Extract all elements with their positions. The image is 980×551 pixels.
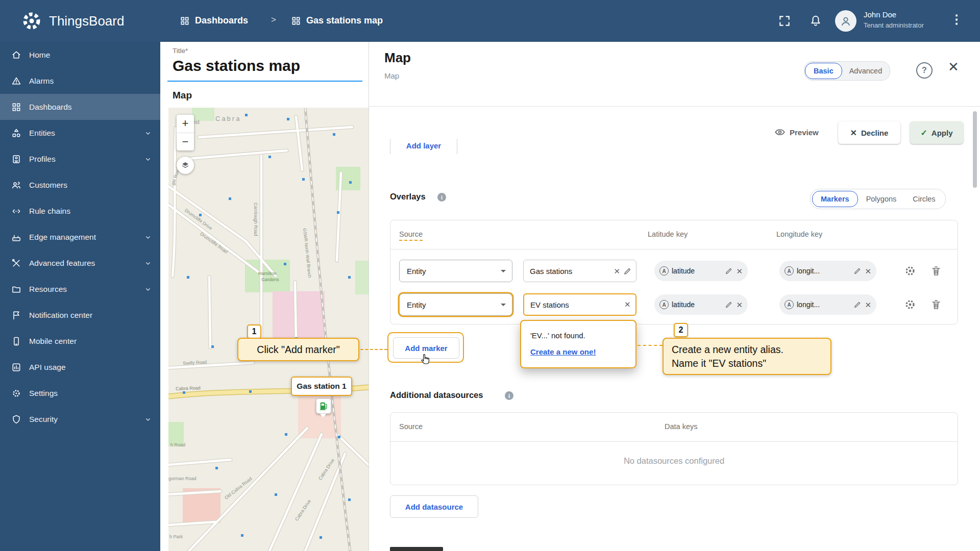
marker-tooltip: Gas station 1	[291, 377, 352, 396]
sidebar-label: Alarms	[29, 77, 54, 86]
info-icon[interactable]: i	[437, 193, 446, 202]
column-source: Source	[399, 230, 423, 241]
map-widget[interactable]: West Cabra gle Road Drumcliffe Drive Dru…	[168, 108, 369, 551]
close-icon[interactable]: ✕	[948, 59, 959, 75]
row-settings-gear-icon[interactable]	[904, 298, 916, 311]
edit-pencil-icon[interactable]	[853, 300, 862, 309]
sidebar-item-profiles[interactable]: Profiles	[0, 146, 160, 172]
longitude-key-chip[interactable]: A longit... ✕	[779, 294, 876, 315]
sidebar-label: API usage	[29, 363, 66, 372]
remove-icon[interactable]: ✕	[736, 301, 743, 309]
tab-polygons[interactable]: Polygons	[858, 195, 905, 203]
add-layer-button[interactable]: Add layer	[390, 139, 457, 154]
edit-pencil-icon[interactable]	[725, 267, 733, 275]
remove-icon[interactable]: ✕	[736, 267, 743, 275]
sidebar-item-advanced-features[interactable]: Advanced features	[0, 250, 160, 276]
sidebar-item-api-usage[interactable]: API usage	[0, 354, 160, 380]
add-datasource-button[interactable]: Add datasource	[390, 495, 478, 518]
gear-icon	[11, 388, 21, 398]
overlay-type-tabs: Markers Polygons Circles	[810, 189, 946, 209]
sidebar-item-mobile-center[interactable]: Mobile center	[0, 328, 160, 354]
map-layers-button[interactable]	[177, 157, 194, 174]
column-source: Source	[399, 422, 423, 431]
info-icon[interactable]: i	[505, 391, 513, 400]
preview-button[interactable]: Preview	[774, 127, 819, 138]
dashboards-icon	[180, 16, 190, 26]
edit-pencil-icon[interactable]	[623, 267, 632, 276]
latitude-key-chip[interactable]: A latitude ✕	[654, 261, 748, 281]
shield-icon	[11, 414, 21, 424]
callout-text: Click "Add marker"	[257, 344, 339, 356]
callout-line1: Create a new entity alias.	[672, 343, 783, 356]
sidebar-item-customers[interactable]: Customers	[0, 172, 160, 198]
sidebar-item-dashboards[interactable]: Dashboards	[0, 94, 160, 120]
profiles-icon	[11, 154, 21, 164]
alias-value: Gas stations	[530, 267, 610, 276]
mode-basic-tab[interactable]: Basic	[805, 63, 842, 79]
sidebar-item-alarms[interactable]: Alarms	[0, 68, 160, 94]
sidebar-item-notification-center[interactable]: Notification center	[0, 302, 160, 328]
step-badge-2: 2	[674, 323, 688, 337]
breadcrumb-current-dashboard: Gas stations map	[306, 15, 383, 26]
delete-trash-icon[interactable]	[930, 298, 942, 311]
apply-button[interactable]: ✓ Apply	[910, 121, 963, 144]
chevron-down-icon	[501, 304, 506, 306]
sidebar-item-settings[interactable]: Settings	[0, 380, 160, 406]
map-zoom-control: + −	[177, 115, 194, 151]
help-icon[interactable]: ?	[916, 62, 933, 79]
title-field-label: Title*	[173, 47, 188, 55]
breadcrumb-dashboards[interactable]: Dashboards	[195, 15, 248, 26]
remove-icon[interactable]: ✕	[865, 301, 871, 309]
sidebar-item-security[interactable]: Security	[0, 406, 160, 432]
overlays-heading: Overlays	[390, 192, 426, 202]
app-root: ThingsBoard Dashboards > Gas stations ma…	[0, 0, 980, 551]
edit-pencil-icon[interactable]	[725, 300, 733, 309]
mode-advanced-tab[interactable]: Advanced	[842, 67, 890, 75]
sidebar-item-entities[interactable]: Entities	[0, 120, 160, 146]
settings-title: Map	[384, 50, 411, 66]
source-type-select[interactable]: Entity	[399, 293, 512, 316]
step-callout-1: Click "Add marker"	[237, 338, 359, 361]
decline-button[interactable]: ✕ Decline	[838, 121, 900, 144]
advanced-features-icon	[11, 258, 21, 268]
longitude-key-chip[interactable]: A longit... ✕	[779, 261, 876, 281]
sidebar-item-edge-management[interactable]: Edge management	[0, 224, 160, 250]
zoom-in-button[interactable]: +	[177, 115, 194, 133]
row-settings-gear-icon[interactable]	[904, 265, 916, 277]
close-x-icon: ✕	[850, 128, 857, 138]
entity-alias-field[interactable]: Gas stations ✕	[523, 260, 636, 282]
avatar[interactable]	[835, 10, 856, 32]
edit-pencil-icon[interactable]	[853, 267, 862, 275]
widget-title: Map	[173, 90, 192, 101]
create-new-entity-link[interactable]: Create a new one!	[530, 347, 596, 356]
notifications-bell-icon[interactable]	[809, 14, 822, 28]
kebab-menu-icon[interactable]: ⋮	[950, 12, 963, 27]
street-label: Cabra Road	[176, 385, 201, 391]
input-underline	[167, 81, 362, 82]
clear-icon[interactable]: ✕	[624, 300, 631, 308]
delete-trash-icon[interactable]	[930, 265, 942, 277]
rule-chains-icon	[11, 206, 21, 216]
clear-icon[interactable]: ✕	[614, 267, 620, 275]
sidebar-label: Advanced features	[29, 259, 95, 268]
sidebar-item-resources[interactable]: Resources	[0, 276, 160, 302]
scrollbar-thumb[interactable]	[973, 111, 977, 188]
sidebar-item-rule-chains[interactable]: Rule chains	[0, 198, 160, 224]
gas-pump-icon	[319, 402, 328, 411]
entity-alias-input[interactable]	[523, 293, 636, 316]
chevron-down-icon	[144, 285, 152, 293]
gas-station-marker[interactable]	[316, 398, 331, 417]
sidebar-item-home[interactable]: Home	[0, 42, 160, 68]
remove-icon[interactable]: ✕	[865, 267, 871, 275]
latitude-key-chip[interactable]: A latitude ✕	[654, 294, 748, 315]
overlays-table: Source Latitude key Longitude key Entity…	[390, 220, 958, 324]
tab-circles[interactable]: Circles	[904, 195, 943, 203]
dashboard-title-input[interactable]	[173, 57, 360, 74]
street-label: h Park	[169, 534, 183, 539]
zoom-out-button[interactable]: −	[177, 133, 194, 151]
decline-label: Decline	[861, 129, 888, 137]
alarm-icon	[11, 76, 21, 86]
tab-markers[interactable]: Markers	[812, 191, 858, 207]
source-type-select[interactable]: Entity	[399, 260, 512, 282]
fullscreen-icon[interactable]	[778, 14, 791, 28]
